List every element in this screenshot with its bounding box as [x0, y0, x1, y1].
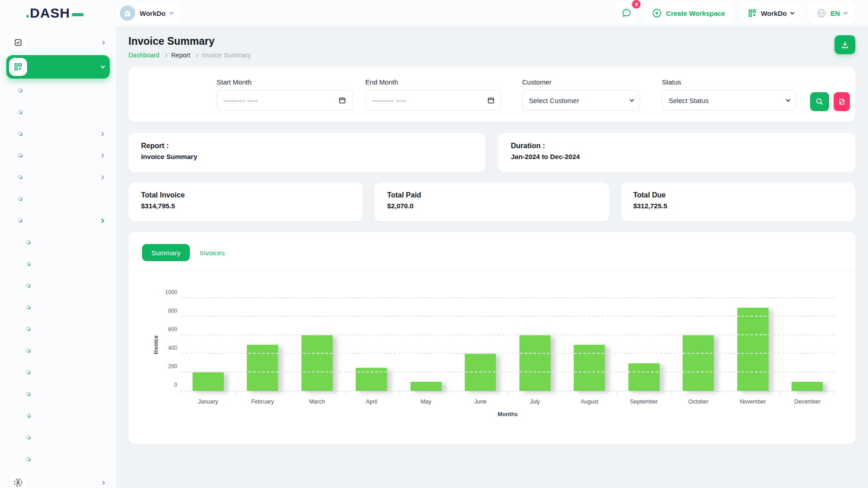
- total-value: $314,795.5: [141, 202, 350, 210]
- ring-icon: [26, 348, 31, 353]
- chart-x-tick-label: March: [290, 399, 344, 405]
- chart-y-tick-label: 0: [158, 382, 177, 388]
- reset-filter-button[interactable]: [834, 92, 850, 111]
- chart-x-tick-label: February: [236, 399, 290, 405]
- chart-x-tick-label: August: [562, 399, 617, 405]
- sidebar-item-projects[interactable]: [6, 31, 110, 54]
- chart-bar-slot: [236, 345, 290, 391]
- chart-gridline: [181, 353, 835, 354]
- end-month-input[interactable]: -------- ----: [365, 90, 501, 111]
- workdo-menu-button[interactable]: WorkDo: [740, 2, 802, 24]
- sidebar-item-tax-summary[interactable]: [0, 340, 116, 361]
- bar-july[interactable]: [519, 335, 551, 391]
- total-label: Total Due: [633, 191, 843, 199]
- customer-select-value: Select Customer: [529, 97, 630, 104]
- top-bar: DASH WorkDo 0 Create Workspace WorkDo EN: [0, 0, 868, 26]
- chart-y-tick-label: 200: [158, 363, 177, 370]
- sidebar-item-transaction[interactable]: [0, 231, 116, 253]
- ring-icon: [26, 305, 31, 310]
- chevron-down-icon: [786, 98, 791, 102]
- chart-x-tick-label: December: [780, 399, 835, 405]
- status-select[interactable]: Select Status: [662, 90, 797, 111]
- chart-bar-slot: [508, 335, 562, 391]
- chevron-down-icon: [170, 10, 174, 15]
- bar-october[interactable]: [683, 335, 714, 391]
- chart-x-tick-label: October: [671, 399, 726, 405]
- sidebar: [0, 26, 116, 488]
- person-dashed-icon: [13, 478, 23, 488]
- breadcrumb-item-dashboard[interactable]: Dashboard: [128, 52, 160, 59]
- chart-gridline: [181, 316, 835, 317]
- bar-january[interactable]: [193, 372, 224, 391]
- download-button[interactable]: [835, 35, 855, 54]
- bar-march[interactable]: [302, 335, 333, 391]
- chart-y-tick-label: 400: [158, 345, 177, 351]
- chart-axis-tick: [780, 391, 835, 394]
- chart-bar-slot: [617, 363, 671, 391]
- sidebar-item-customer[interactable]: [0, 80, 116, 101]
- chart-plot-area: Invoice 02004006008001000: [181, 299, 835, 391]
- workspace-name: WorkDo: [140, 9, 165, 17]
- invoice-bar-chart: Invoice 02004006008001000 JanuaryFebruar…: [128, 271, 855, 418]
- create-workspace-label: Create Workspace: [666, 9, 725, 17]
- calendar-icon: [487, 97, 495, 104]
- sidebar-item-bill-summary[interactable]: [0, 405, 116, 427]
- ring-icon: [18, 88, 23, 93]
- total-value: $312,725.5: [633, 202, 843, 210]
- chevron-right-icon: [100, 153, 104, 158]
- customer-field-group: Customer Select Customer: [522, 78, 640, 111]
- sidebar-item-accounting[interactable]: [6, 55, 110, 79]
- totals-row: Total Invoice$314,795.5Total Paid$2,070.…: [128, 183, 855, 221]
- chart-axis-tick: [453, 391, 507, 394]
- breadcrumb-item-report[interactable]: Report: [171, 52, 190, 59]
- tasks-icon: [14, 38, 23, 47]
- ring-icon: [18, 110, 23, 114]
- workspace-switcher[interactable]: WorkDo: [116, 2, 180, 24]
- bar-september[interactable]: [628, 363, 660, 391]
- sidebar-item-vendor[interactable]: [0, 101, 116, 123]
- messages-button[interactable]: 0: [616, 2, 637, 24]
- sidebar-item-expense[interactable]: [0, 166, 116, 188]
- customer-label: Customer: [522, 78, 640, 86]
- sidebar-item-financial-goal[interactable]: [0, 188, 116, 210]
- start-month-input[interactable]: -------- ----: [217, 90, 353, 111]
- calendar-icon: [339, 97, 346, 104]
- sidebar-item-hrm[interactable]: [6, 471, 110, 488]
- bar-august[interactable]: [574, 345, 605, 391]
- sidebar-item-account-statement[interactable]: [0, 253, 116, 275]
- ring-icon: [26, 435, 31, 440]
- sidebar-item-profit-loss[interactable]: [0, 361, 116, 383]
- sidebar-item-banking[interactable]: [0, 123, 116, 145]
- chart-axis-tick: [399, 391, 453, 394]
- end-month-field-group: End Month -------- ----: [365, 78, 501, 111]
- ring-icon: [26, 283, 31, 288]
- sidebar-item-report[interactable]: [0, 210, 116, 231]
- bar-november[interactable]: [737, 308, 769, 391]
- sidebar-item-income[interactable]: [0, 145, 116, 166]
- status-select-value: Select Status: [669, 97, 787, 104]
- bar-may[interactable]: [410, 382, 442, 391]
- bar-june[interactable]: [465, 354, 496, 391]
- sidebar-item-expense-summary[interactable]: [0, 296, 116, 318]
- apply-filter-button[interactable]: [810, 92, 829, 111]
- sidebar-item-income-vs-expense[interactable]: [0, 318, 116, 340]
- language-selector[interactable]: EN: [808, 2, 855, 24]
- tab-invoices[interactable]: Invoices: [200, 249, 225, 257]
- chevron-right-icon: [100, 175, 104, 179]
- chart-axis-tick: [290, 391, 344, 394]
- chevron-right-icon: [100, 218, 104, 223]
- chart-x-tick-label: April: [344, 399, 399, 405]
- bar-december[interactable]: [792, 382, 823, 391]
- sidebar-item-income-summary[interactable]: [0, 275, 116, 296]
- globe-icon: [816, 8, 826, 18]
- ring-icon: [18, 131, 23, 136]
- create-workspace-button[interactable]: Create Workspace: [644, 2, 733, 24]
- sidebar-item-product-stock[interactable]: [0, 427, 116, 448]
- sidebar-item-cash-flow[interactable]: [0, 448, 116, 470]
- bar-february[interactable]: [247, 345, 278, 391]
- customer-select[interactable]: Select Customer: [522, 90, 640, 111]
- sidebar-item-invoice-summary[interactable]: [0, 383, 116, 405]
- end-month-placeholder: -------- ----: [372, 97, 487, 104]
- tab-summary[interactable]: Summary: [142, 244, 190, 261]
- chevron-right-icon: [100, 131, 104, 136]
